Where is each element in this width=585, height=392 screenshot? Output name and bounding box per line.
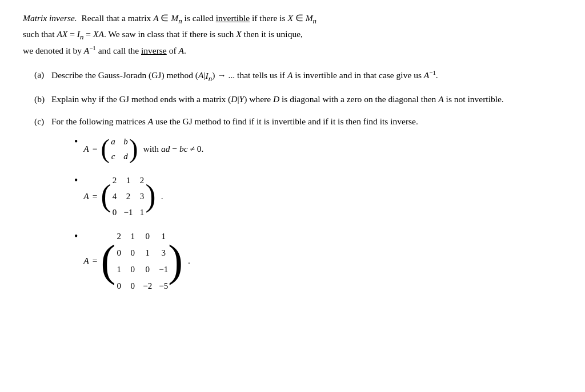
- cell-r1c2: 1: [124, 173, 133, 187]
- part-c-content: For the following matrices A use the GJ …: [51, 115, 537, 303]
- m4-r3c4: −1: [159, 262, 168, 276]
- left-paren-2: (: [101, 183, 111, 209]
- m4-r1c4: 1: [159, 229, 168, 243]
- part-b: (b) Explain why if the GJ method ends wi…: [23, 92, 537, 107]
- m4-r2c3: 1: [143, 246, 152, 260]
- condition-text-1: with ad − bc ≠ 0.: [143, 142, 204, 156]
- matrix-3-body: A = ( 2 1 0 1 0 0 1 3: [83, 229, 192, 293]
- m4-r2c2: 0: [129, 246, 136, 260]
- right-paren-1: ): [129, 138, 138, 160]
- m4-r4c1: 0: [115, 279, 122, 293]
- m4-r3c1: 1: [115, 262, 122, 276]
- m4-r2c4: 3: [159, 246, 168, 260]
- matrix-bullet-1: • A = ( a b c d ): [74, 135, 537, 163]
- term-inverse: inverse: [141, 46, 167, 55]
- m4-r4c4: −5: [159, 279, 168, 293]
- left-paren-1: (: [101, 138, 110, 160]
- part-a: (a) Describe the Gauss-Joradn (GJ) metho…: [23, 68, 537, 84]
- cell-a: a: [110, 135, 117, 148]
- matrix-2x2: ( a b c d ): [101, 135, 138, 163]
- matrix-4x4-cells: 2 1 0 1 0 0 1 3 1 0 0 −1: [115, 229, 168, 293]
- matrices-list: • A = ( a b c d ): [51, 135, 537, 293]
- part-b-label: (b): [34, 92, 51, 107]
- matrix-3x3-cells: 2 1 2 4 2 3 0 −1 1: [111, 173, 146, 219]
- cell-r1c3: 2: [139, 173, 146, 187]
- m4-r4c2: 0: [129, 279, 136, 293]
- period-3: .: [188, 254, 190, 268]
- bullet-dot-1: •: [74, 135, 78, 149]
- bullet-dot-2: •: [74, 173, 78, 188]
- bullet-dot-3: •: [74, 229, 78, 244]
- cell-c: c: [110, 149, 117, 163]
- cell-r3c1: 0: [111, 205, 118, 219]
- part-c-label: (c): [34, 115, 51, 129]
- part-a-content: Describe the Gauss-Joradn (GJ) method (A…: [51, 68, 537, 84]
- section-title: Matrix inverse.: [23, 13, 77, 23]
- part-b-content: Explain why if the GJ method ends with a…: [51, 92, 537, 107]
- intro-paragraph: Matrix inverse. Recall that a matrix A ∈…: [23, 11, 537, 58]
- matrix-bullet-3: • A = ( 2 1 0 1 0 0 1: [74, 229, 537, 293]
- matrix-2x2-cells: a b c d: [110, 135, 129, 163]
- cell-r1c1: 2: [111, 173, 118, 187]
- cell-r2c3: 3: [139, 189, 146, 203]
- m4-r1c2: 1: [129, 229, 136, 243]
- m4-r1c1: 2: [115, 229, 122, 243]
- m4-r2c1: 0: [115, 246, 122, 260]
- term-invertible: invertible: [216, 13, 250, 23]
- cell-b: b: [122, 135, 129, 148]
- m4-r3c3: 0: [143, 262, 152, 276]
- m4-r1c3: 0: [143, 229, 152, 243]
- m4-r4c3: −2: [143, 279, 152, 293]
- matrix-bullet-2: • A = ( 2 1 2 4 2 3 0: [74, 173, 537, 219]
- cell-r2c1: 4: [111, 189, 118, 203]
- matrix-1-body: A = ( a b c d ) with ad − bc ≠ 0.: [83, 135, 205, 163]
- right-paren-2: ): [146, 183, 156, 209]
- cell-r2c2: 2: [124, 189, 133, 203]
- matrix-4x4: ( 2 1 0 1 0 0 1 3 1 0: [101, 229, 183, 293]
- main-content: Matrix inverse. Recall that a matrix A ∈…: [23, 11, 537, 303]
- part-c: (c) For the following matrices A use the…: [23, 115, 537, 303]
- period-2: .: [161, 189, 163, 204]
- m4-r3c2: 0: [129, 262, 136, 276]
- part-a-label: (a): [34, 68, 51, 82]
- left-paren-3: (: [101, 243, 116, 280]
- matrix-3x3: ( 2 1 2 4 2 3 0 −1 1: [101, 173, 156, 219]
- matrix-2-body: A = ( 2 1 2 4 2 3 0 −1: [83, 173, 165, 219]
- cell-r3c2: −1: [124, 205, 133, 219]
- right-paren-3: ): [168, 243, 183, 280]
- cell-d: d: [122, 149, 129, 163]
- cell-r3c3: 1: [139, 205, 146, 219]
